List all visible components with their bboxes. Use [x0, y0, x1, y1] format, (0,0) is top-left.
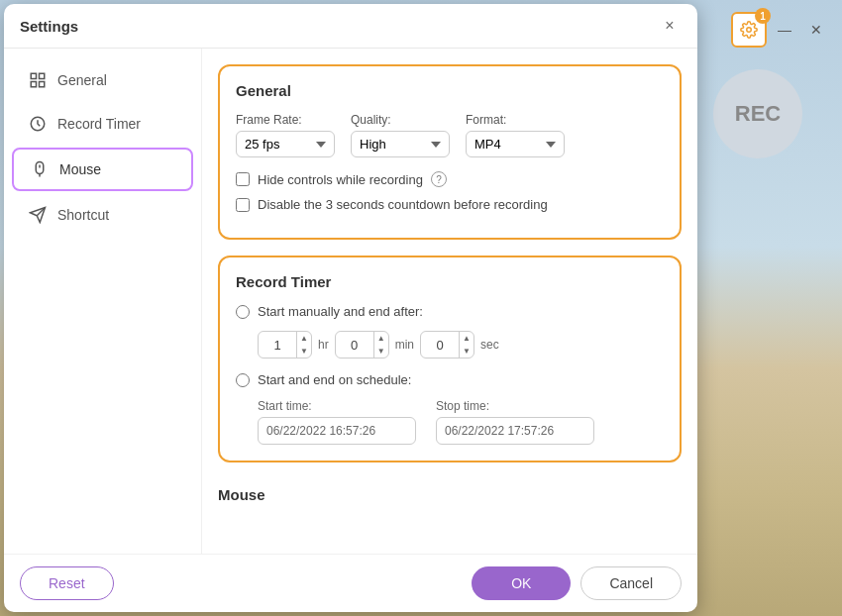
quality-label: Quality: [351, 113, 450, 127]
notification-badge: 1 [755, 8, 771, 24]
hr-arrows: ▲ ▼ [296, 332, 311, 358]
record-timer-icon [28, 114, 48, 134]
hide-controls-row: Hide controls while recording ? [236, 171, 664, 187]
sidebar-record-timer-label: Record Timer [57, 116, 141, 132]
disable-countdown-row: Disable the 3 seconds countdown before r… [236, 197, 664, 212]
hide-controls-label: Hide controls while recording [258, 172, 423, 187]
footer-right: OK Cancel [472, 566, 682, 600]
sidebar-general-label: General [57, 72, 107, 88]
min-spinner: 0 ▲ ▼ [335, 331, 389, 359]
format-select[interactable]: MP4 AVI MOV [466, 131, 565, 157]
sec-spinner: 0 ▲ ▼ [420, 331, 474, 359]
quality-select[interactable]: High Medium Low [351, 131, 450, 157]
sec-arrows: ▲ ▼ [459, 332, 474, 358]
svg-point-0 [747, 28, 752, 33]
format-group: Format: MP4 AVI MOV [466, 113, 565, 157]
time-fields: Start time: Stop time: [258, 399, 664, 445]
sidebar: General Record Timer [4, 49, 202, 554]
dialog-title: Settings [20, 18, 78, 35]
cancel-button[interactable]: Cancel [580, 566, 682, 600]
schedule-section: Start time: Stop time: [258, 399, 664, 445]
quality-group: Quality: High Medium Low [351, 113, 450, 157]
general-section-card: General Frame Rate: 25 fps 30 fps 60 fps… [218, 64, 682, 240]
format-label: Format: [466, 113, 565, 127]
schedule-label: Start and end on schedule: [258, 372, 411, 387]
ok-button[interactable]: OK [472, 566, 571, 600]
svg-rect-4 [40, 82, 45, 87]
start-time-group: Start time: [258, 399, 416, 445]
sidebar-mouse-label: Mouse [59, 161, 101, 177]
sec-down-arrow[interactable]: ▼ [460, 345, 474, 358]
sec-unit: sec [480, 338, 499, 352]
disable-countdown-label: Disable the 3 seconds countdown before r… [258, 197, 548, 212]
record-timer-section-title: Record Timer [236, 273, 664, 290]
hr-down-arrow[interactable]: ▼ [297, 345, 311, 358]
minimize-button[interactable]: — [771, 16, 798, 44]
general-section-title: General [236, 82, 664, 99]
start-manually-radio[interactable] [236, 305, 250, 319]
frame-rate-select[interactable]: 25 fps 30 fps 60 fps [236, 131, 335, 157]
timer-inputs: 1 ▲ ▼ hr 0 ▲ ▼ min [258, 331, 664, 359]
min-unit: min [395, 338, 414, 352]
schedule-radio[interactable] [236, 373, 250, 387]
dialog-body: General Record Timer [4, 49, 697, 554]
floating-panel: 1 — ✕ [731, 12, 830, 48]
sec-value: 0 [421, 338, 459, 353]
min-arrows: ▲ ▼ [373, 332, 388, 358]
start-time-input[interactable] [258, 417, 416, 445]
hide-controls-checkbox[interactable] [236, 172, 250, 186]
format-row: Frame Rate: 25 fps 30 fps 60 fps Quality… [236, 113, 664, 157]
shortcut-icon [28, 205, 48, 225]
disable-countdown-checkbox[interactable] [236, 198, 250, 212]
rec-button[interactable]: REC [713, 69, 802, 158]
general-icon [28, 70, 48, 90]
record-timer-section-card: Record Timer Start manually and end afte… [218, 256, 682, 462]
mouse-icon [30, 159, 50, 179]
help-icon[interactable]: ? [431, 171, 447, 187]
frame-rate-group: Frame Rate: 25 fps 30 fps 60 fps [236, 113, 335, 157]
dialog-close-button[interactable]: × [658, 14, 682, 38]
sidebar-item-mouse[interactable]: Mouse [12, 148, 193, 191]
stop-time-input[interactable] [436, 417, 594, 445]
close-window-button[interactable]: ✕ [802, 16, 830, 44]
stop-time-group: Stop time: [436, 399, 594, 445]
dialog-titlebar: Settings × [4, 4, 697, 49]
svg-rect-3 [31, 82, 36, 87]
svg-rect-1 [31, 73, 36, 78]
main-content: General Frame Rate: 25 fps 30 fps 60 fps… [202, 49, 697, 554]
schedule-row: Start and end on schedule: [236, 372, 664, 387]
hr-value: 1 [259, 338, 296, 353]
sidebar-shortcut-label: Shortcut [57, 207, 109, 223]
start-manually-label: Start manually and end after: [258, 304, 423, 319]
sec-up-arrow[interactable]: ▲ [460, 332, 474, 345]
sidebar-item-shortcut[interactable]: Shortcut [12, 195, 193, 235]
hr-up-arrow[interactable]: ▲ [297, 332, 311, 345]
frame-rate-label: Frame Rate: [236, 113, 335, 127]
settings-dialog: Settings × General [4, 4, 697, 612]
stop-time-label: Stop time: [436, 399, 594, 413]
min-value: 0 [336, 338, 373, 353]
min-up-arrow[interactable]: ▲ [374, 332, 388, 345]
sidebar-item-general[interactable]: General [12, 60, 193, 100]
start-time-label: Start time: [258, 399, 416, 413]
svg-rect-2 [40, 73, 45, 78]
min-down-arrow[interactable]: ▼ [374, 345, 388, 358]
settings-icon-button[interactable]: 1 [731, 12, 767, 48]
hr-unit: hr [318, 338, 329, 352]
start-manually-row: Start manually and end after: [236, 304, 664, 319]
sidebar-item-record-timer[interactable]: Record Timer [12, 104, 193, 144]
reset-button[interactable]: Reset [20, 566, 114, 600]
dialog-footer: Reset OK Cancel [4, 554, 697, 612]
hr-spinner: 1 ▲ ▼ [258, 331, 312, 359]
mouse-section-title: Mouse [218, 478, 682, 507]
